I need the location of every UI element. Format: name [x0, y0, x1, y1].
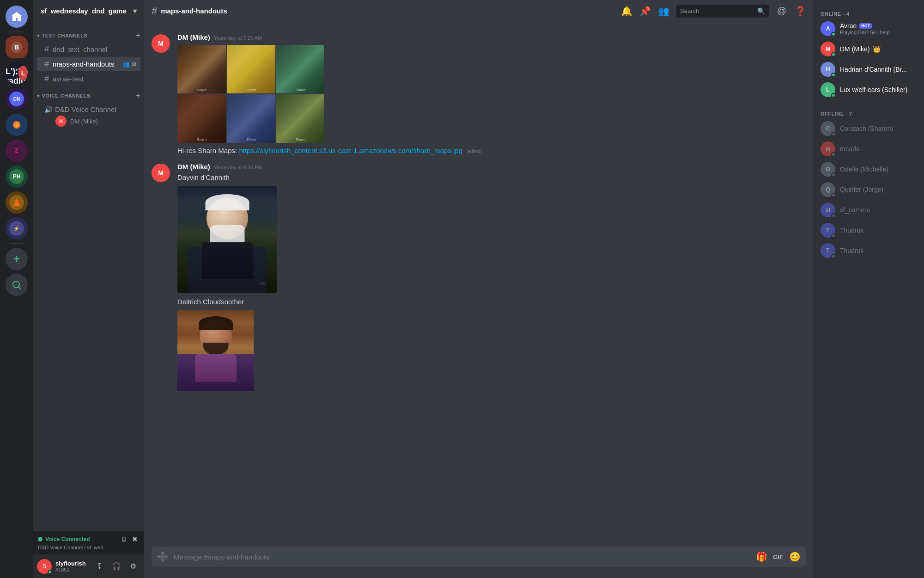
map-cell-4[interactable]: Sharn — [177, 94, 226, 143]
members-list-icon[interactable]: 👥 — [658, 6, 669, 17]
channel-hash-icon-2: # — [44, 59, 49, 69]
message-line-1: Dayvin d'Cannith — [177, 172, 806, 182]
member-avatar-sfcamera: sf — [821, 203, 835, 217]
server-icon-3[interactable]: DN — [6, 88, 28, 110]
member-item-lux[interactable]: L Lux w/elf-ears (Schiller) — [817, 80, 920, 100]
image-grid: Sharn Sharn Sharn — [177, 45, 324, 143]
message-text-before-link: Hi-res Sharn Maps: — [177, 147, 239, 154]
member-item-avrae[interactable]: A Avrae BOT Playing D&D 5e | help — [817, 18, 920, 39]
member-name-row-dm: DM (Mike) 👑 — [840, 45, 881, 53]
speaker-icon: 🔊 — [44, 106, 52, 113]
emoji-button[interactable]: 😊 — [789, 551, 800, 562]
channel-list: ▾ TEXT CHANNELS + # dnd_text_channel # m… — [33, 22, 144, 531]
message-input-box: ➕ 🎁 GIF 😊 — [152, 547, 806, 567]
server-icon-7[interactable] — [6, 191, 28, 214]
member-item-quinfer[interactable]: Q Quinfer (Jorge) — [817, 179, 920, 200]
member-avatar-avrae: A — [821, 21, 835, 36]
top-bar-actions: 🔔 📌 👥 🔍 @ ❓ — [621, 5, 806, 18]
voice-user-dm-mike[interactable]: M DM (Mike) — [44, 115, 137, 128]
member-name-thudruk-1: Thudruk — [840, 227, 863, 234]
avrae-subtext: Playing D&D 5e | help — [840, 30, 889, 35]
map-cell-5[interactable]: Sharn — [227, 94, 275, 143]
member-item-odelle[interactable]: O Odelle (Michelle) — [817, 159, 920, 179]
map-cell-2[interactable]: Sharn — [227, 45, 275, 93]
add-text-channel-button[interactable]: + — [136, 31, 140, 40]
message-link[interactable]: https://slyflourish_content.s3.us-east-1… — [239, 147, 462, 154]
add-file-button[interactable]: ➕ — [157, 551, 168, 562]
voice-connected-label: Voice Connected — [45, 536, 90, 542]
member-avatar-odelle: O — [821, 162, 835, 177]
voice-status-dot — [38, 537, 43, 541]
notifications-icon[interactable]: 🔔 — [621, 6, 632, 17]
search-bar[interactable]: 🔍 — [676, 5, 769, 18]
member-status-lux — [831, 93, 836, 98]
pin-icon[interactable]: 📌 — [639, 6, 650, 17]
map-cell-3[interactable]: Sharn — [276, 45, 324, 93]
member-name-odelle: Odelle (Michelle) — [840, 166, 888, 173]
search-input[interactable] — [680, 7, 754, 14]
channel-name-dnd-text: dnd_text_channel — [53, 45, 107, 53]
message-timestamp-1: Yesterday at 7:25 AM — [214, 35, 262, 41]
member-status-dm-mike — [831, 52, 836, 57]
member-item-dm-mike[interactable]: M DM (Mike) 👑 — [817, 39, 920, 59]
svg-line-5 — [18, 287, 21, 289]
map-cell-6[interactable]: Sharn — [276, 94, 324, 143]
portrait-old-man-container[interactable]: FA — [177, 186, 277, 293]
voice-channels-label: VOICE CHANNELS — [42, 93, 91, 98]
headphone-button[interactable]: 🎧 — [109, 559, 124, 574]
member-avatar-mearls: m — [821, 141, 835, 156]
mic-button[interactable]: 🎙 — [92, 559, 107, 574]
message-group-2: M DM (Mike) Yesterday at 6:36 PM Dayvin … — [144, 159, 813, 395]
user-settings-button[interactable]: ⚙ — [126, 559, 140, 574]
help-icon[interactable]: ❓ — [795, 6, 806, 17]
server-icon-5[interactable]: Z — [6, 140, 28, 162]
channel-name-avrae: avrae-test — [53, 75, 84, 83]
mention-icon[interactable]: @ — [776, 6, 787, 16]
server-chevron: ▾ — [133, 7, 137, 15]
add-server-button[interactable]: + — [6, 248, 28, 270]
member-item-mearls[interactable]: m mearls · — [817, 139, 920, 159]
server-icon-6[interactable]: PH — [6, 166, 28, 188]
member-item-thudruk-1[interactable]: T Thudruk — [817, 220, 920, 240]
message-header-2: DM (Mike) Yesterday at 6:36 PM — [177, 163, 806, 171]
map-cell-1[interactable]: Sharn — [177, 45, 226, 93]
members-sidebar: ONLINE—4 A Avrae BOT Playing D&D 5e | he… — [813, 0, 924, 578]
member-name-quinfer: Quinfer (Jorge) — [840, 186, 883, 193]
channel-item-avrae[interactable]: # avrae-test — [37, 72, 140, 86]
text-channels-header[interactable]: ▾ TEXT CHANNELS + — [33, 30, 144, 42]
voice-channel-main[interactable]: 🔊 D&D Voice Channel — [44, 104, 137, 115]
current-user-avatar: S — [37, 559, 52, 574]
home-icon[interactable] — [6, 6, 28, 28]
channel-item-dnd-text[interactable]: # dnd_text_channel — [37, 42, 140, 56]
member-item-coratash[interactable]: C Coratash (Sharon) — [817, 118, 920, 139]
member-name-avrae: Avrae — [840, 22, 857, 30]
server-icon-1[interactable]: B — [6, 36, 28, 58]
disconnect-button[interactable]: ✖ — [130, 535, 140, 543]
gif-button[interactable]: GIF — [772, 553, 784, 560]
member-item-hadrian[interactable]: H Hadrian d'Cannith (Br... — [817, 59, 920, 80]
discover-button[interactable] — [6, 274, 28, 296]
server-name: sf_wednesday_dnd_game — [41, 7, 127, 15]
portrait-young-man-container[interactable] — [177, 310, 277, 391]
screen-share-button[interactable]: 🖥 — [119, 535, 128, 543]
server-icon-4[interactable] — [6, 114, 28, 136]
member-item-sfcamera[interactable]: sf sf_camera — [817, 200, 920, 220]
message-header-1: DM (Mike) Yesterday at 7:25 AM — [177, 33, 806, 41]
message-author-1[interactable]: DM (Mike) — [177, 33, 210, 41]
member-status-thudruk-2 — [831, 254, 836, 258]
add-voice-channel-button[interactable]: + — [136, 92, 140, 100]
members-icon: 👥 — [123, 61, 130, 68]
server-icon-2[interactable]: L');border-radius:50%;"> L — [6, 62, 28, 84]
message-input-right: 🎁 GIF 😊 — [756, 551, 800, 562]
channel-item-maps-handouts[interactable]: # maps-and-handouts 👥 ⚙ — [37, 57, 140, 71]
voice-connected-banner: Voice Connected 🖥 ✖ D&D Voice Channel / … — [33, 531, 144, 554]
message-avatar-2: M — [152, 164, 170, 182]
member-item-thudruk-2[interactable]: T Thudruk — [817, 240, 920, 261]
message-input[interactable] — [174, 553, 750, 561]
server-name-header[interactable]: sf_wednesday_dnd_game ▾ — [33, 0, 144, 22]
voice-channels-header[interactable]: ▾ VOICE CHANNELS + — [33, 90, 144, 102]
server-divider — [9, 31, 24, 32]
gift-button[interactable]: 🎁 — [756, 551, 767, 562]
message-author-2[interactable]: DM (Mike) — [177, 163, 210, 171]
server-icon-8[interactable]: ⚡ — [6, 217, 28, 240]
